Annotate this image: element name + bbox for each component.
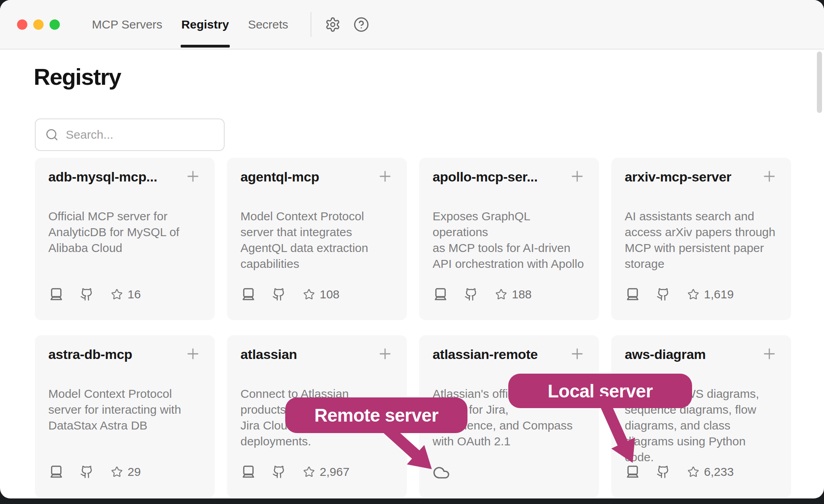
star-icon <box>687 466 699 478</box>
search-icon <box>45 128 59 141</box>
laptop-icon <box>48 286 64 302</box>
server-description: AI assistants search and access arXiv pa… <box>625 208 778 272</box>
settings-button[interactable] <box>325 17 341 32</box>
search-box <box>35 118 225 151</box>
star-count: 1,619 <box>704 288 734 301</box>
server-name: atlassian <box>240 346 297 363</box>
minimize-button[interactable] <box>33 19 44 30</box>
server-card-arxiv-mcp-server[interactable]: arxiv-mcp-server AI assistants search an… <box>611 158 791 320</box>
server-card-astra-db-mcp[interactable]: astra-db-mcp Model Context Protocol serv… <box>35 335 215 498</box>
server-name: atlassian-remote <box>433 346 538 363</box>
add-server-button[interactable] <box>569 168 586 185</box>
laptop-icon <box>625 286 641 302</box>
plus-icon <box>569 168 586 185</box>
add-server-button[interactable] <box>185 168 201 185</box>
star-count: 16 <box>128 288 141 301</box>
server-name: agentql-mcp <box>240 168 319 185</box>
plus-icon <box>185 168 201 185</box>
window-controls <box>17 0 60 49</box>
search-input[interactable] <box>65 128 219 142</box>
github-icon <box>656 465 670 479</box>
laptop-icon <box>240 286 256 302</box>
laptop-icon <box>433 286 448 302</box>
tab-registry-label: Registry <box>181 18 229 31</box>
star-count: 188 <box>512 288 532 301</box>
add-server-button[interactable] <box>761 168 778 185</box>
plus-icon <box>761 168 778 185</box>
star-icon <box>687 288 699 300</box>
plus-icon <box>185 346 201 362</box>
server-meta: 2,967 <box>240 464 349 480</box>
help-icon <box>353 17 369 32</box>
server-card-grid: adb-mysql-mcp... Official MCP server for… <box>35 158 791 498</box>
star-count: 2,967 <box>320 465 349 479</box>
add-server-button[interactable] <box>377 346 393 362</box>
github-icon <box>464 288 478 301</box>
cloud-icon <box>433 464 450 481</box>
star-icon <box>495 288 507 300</box>
github-icon <box>80 465 93 479</box>
github-icon <box>80 288 93 301</box>
star-count: 6,233 <box>704 465 734 479</box>
server-card-aws-diagram[interactable]: aws-diagram Generate AWS diagrams, seque… <box>611 335 791 498</box>
zoom-button[interactable] <box>50 19 60 30</box>
server-meta: 1,619 <box>625 286 734 302</box>
titlebar-divider <box>311 12 311 37</box>
server-meta: 16 <box>48 286 141 302</box>
server-card-apollo-mcp-server[interactable]: apollo-mcp-ser... Exposes GraphQL operat… <box>419 158 599 320</box>
star-icon <box>111 288 123 300</box>
github-icon <box>272 465 286 479</box>
server-description: Official MCP server for AnalyticDB for M… <box>48 208 201 256</box>
server-name: apollo-mcp-ser... <box>433 168 538 185</box>
server-name: adb-mysql-mcp... <box>48 168 157 185</box>
add-server-button[interactable] <box>569 346 586 362</box>
active-tab-indicator <box>181 45 230 48</box>
server-meta: 108 <box>240 286 340 302</box>
plus-icon <box>377 346 393 362</box>
app-window: MCP Servers Registry Secrets Registry ad… <box>0 0 824 498</box>
tab-registry[interactable]: Registry <box>181 0 229 49</box>
server-description: Model Context Protocol server for intera… <box>48 386 201 433</box>
laptop-icon <box>240 464 256 480</box>
star-count: 108 <box>320 288 340 301</box>
server-meta: 188 <box>433 286 532 302</box>
help-button[interactable] <box>353 17 369 32</box>
laptop-icon <box>48 464 64 480</box>
server-card-adb-mysql-mcp[interactable]: adb-mysql-mcp... Official MCP server for… <box>35 158 215 320</box>
add-server-button[interactable] <box>185 346 201 362</box>
github-icon <box>272 288 286 301</box>
main-tabs: MCP Servers Registry Secrets <box>92 0 288 49</box>
star-icon <box>111 466 123 478</box>
server-name: astra-db-mcp <box>48 346 132 363</box>
star-icon <box>303 466 315 478</box>
server-name: aws-diagram <box>625 346 706 363</box>
add-server-button[interactable] <box>761 346 778 362</box>
local-server-callout: Local server <box>508 374 692 408</box>
server-name: arxiv-mcp-server <box>625 168 731 185</box>
laptop-icon <box>625 464 641 480</box>
server-card-agentql-mcp[interactable]: agentql-mcp Model Context Protocol serve… <box>227 158 407 320</box>
server-description: Model Context Protocol server that integ… <box>240 208 393 272</box>
gear-icon <box>325 17 341 32</box>
close-button[interactable] <box>17 19 27 30</box>
scrollbar-thumb[interactable] <box>817 52 822 113</box>
server-meta: 6,233 <box>625 464 734 480</box>
server-meta: 29 <box>48 464 141 480</box>
remote-server-callout: Remote server <box>285 397 467 433</box>
add-server-button[interactable] <box>377 168 393 185</box>
tab-mcp-servers[interactable]: MCP Servers <box>92 0 162 49</box>
titlebar: MCP Servers Registry Secrets <box>0 0 824 50</box>
plus-icon <box>569 346 586 362</box>
github-icon <box>656 288 670 301</box>
plus-icon <box>761 346 778 362</box>
server-meta <box>433 464 450 481</box>
tab-secrets[interactable]: Secrets <box>248 0 288 49</box>
star-icon <box>303 288 315 300</box>
server-description: Exposes GraphQL operations as MCP tools … <box>433 208 586 272</box>
star-count: 29 <box>128 465 141 479</box>
plus-icon <box>377 168 393 185</box>
page-title: Registry <box>34 63 121 90</box>
